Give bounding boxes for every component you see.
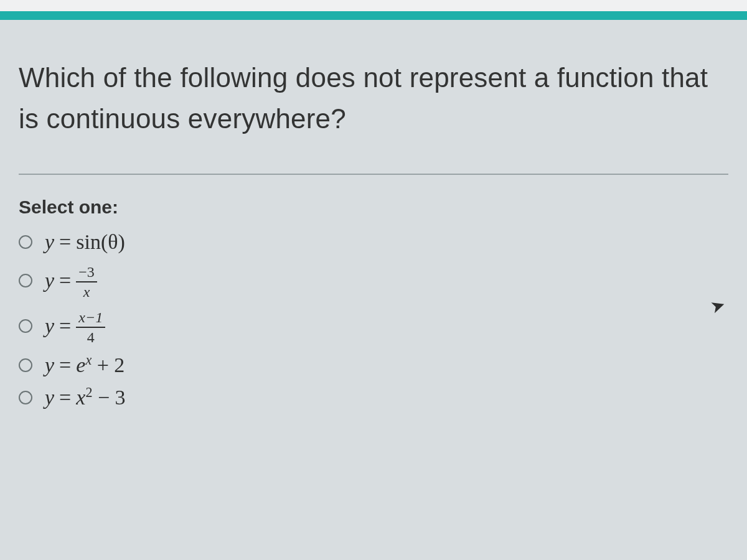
equals: = [59,314,71,338]
rhs: ex + 2 [76,353,125,377]
radio-icon[interactable] [19,274,32,287]
option-4-equation: y = ex + 2 [45,353,125,377]
lhs: y [45,386,54,409]
bar-white [0,0,747,11]
option-1[interactable]: y = sin(θ) [19,230,728,254]
equals: = [59,230,71,254]
option-2[interactable]: y = −3 x [19,263,728,299]
fraction: −3 x [76,264,97,301]
option-5[interactable]: y = x2 − 3 [19,386,728,409]
option-3[interactable]: y = x−1 4 [19,308,728,345]
option-4[interactable]: y = ex + 2 [19,353,728,377]
exponent: 2 [85,384,92,399]
lhs: y [45,353,54,377]
exponent: x [85,352,92,367]
top-accent-bars [0,0,747,20]
radio-icon[interactable] [19,391,32,404]
base: e [76,353,85,376]
denominator: 4 [85,328,97,345]
lhs: y [45,314,54,338]
question-text: Which of the following does not represen… [19,57,728,139]
option-5-equation: y = x2 − 3 [45,386,126,409]
select-one-label: Select one: [19,197,728,218]
numerator: −3 [76,264,97,282]
options-list: y = sin(θ) y = −3 x y = x−1 [19,230,728,409]
divider [19,174,728,175]
option-2-equation: y = −3 x [45,263,97,299]
rhs: x2 − 3 [76,386,125,409]
radio-icon[interactable] [19,319,32,333]
lhs: y [45,269,54,292]
tail: + 2 [92,353,125,376]
question-content: Which of the following does not represen… [0,20,747,409]
numerator: x−1 [76,309,105,328]
rhs: sin(θ) [76,230,125,254]
base: x [76,386,85,409]
radio-icon[interactable] [19,235,32,249]
equals: = [59,353,71,377]
lhs: y [45,230,54,254]
bar-teal [0,11,747,20]
denominator: x [81,282,93,300]
fraction: x−1 4 [76,309,105,346]
tail: − 3 [92,386,125,409]
option-1-equation: y = sin(θ) [45,230,125,254]
radio-icon[interactable] [19,358,32,372]
option-3-equation: y = x−1 4 [45,308,105,345]
equals: = [59,386,71,409]
equals: = [59,269,71,292]
